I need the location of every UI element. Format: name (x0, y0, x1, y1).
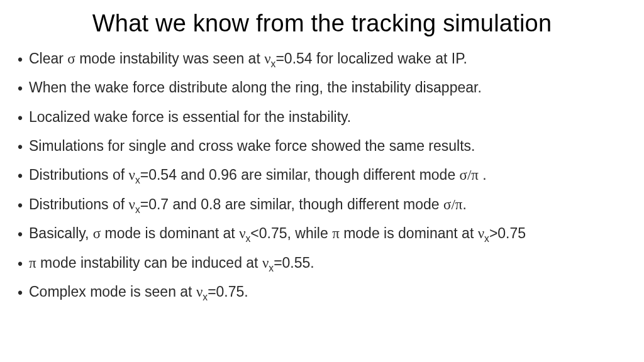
list-item: • Clear σ mode instability was seen at ν… (18, 49, 626, 69)
bullet-text: Distributions of νx=0.54 and 0.96 are si… (29, 165, 626, 185)
bullet-icon: • (18, 78, 29, 98)
bullet-icon: • (18, 282, 29, 302)
list-item: • Localized wake force is essential for … (18, 107, 626, 128)
list-item: • Basically, σ mode is dominant at νx<0.… (18, 224, 626, 244)
list-item: • π mode instability can be induced at ν… (18, 253, 626, 273)
bullet-icon: • (18, 165, 29, 185)
bullet-text: Complex mode is seen at νx=0.75. (29, 282, 626, 302)
list-item: • Distributions of νx=0.54 and 0.96 are … (18, 165, 626, 185)
list-item: • When the wake force distribute along t… (18, 78, 626, 98)
bullet-icon: • (18, 253, 29, 273)
slide-title: What we know from the tracking simulatio… (0, 10, 644, 37)
slide-body: • Clear σ mode instability was seen at ν… (18, 49, 626, 311)
bullet-text: Simulations for single and cross wake fo… (29, 136, 626, 155)
bullet-text: Distributions of νx=0.7 and 0.8 are simi… (29, 195, 626, 214)
bullet-icon: • (18, 224, 29, 244)
bullet-icon: • (18, 136, 29, 156)
list-item: • Distributions of νx=0.7 and 0.8 are si… (18, 195, 626, 215)
bullet-text: Basically, σ mode is dominant at νx<0.75… (29, 224, 626, 243)
list-item: • Complex mode is seen at νx=0.75. (18, 282, 626, 302)
bullet-text: Localized wake force is essential for th… (29, 107, 626, 126)
bullet-text: Clear σ mode instability was seen at νx=… (29, 49, 626, 69)
list-item: • Simulations for single and cross wake … (18, 136, 626, 156)
bullet-text: When the wake force distribute along the… (29, 78, 626, 97)
bullet-icon: • (18, 107, 29, 128)
bullet-icon: • (18, 49, 29, 69)
slide: What we know from the tracking simulatio… (0, 0, 644, 362)
bullet-icon: • (18, 195, 29, 215)
bullet-text: π mode instability can be induced at νx=… (29, 253, 626, 273)
